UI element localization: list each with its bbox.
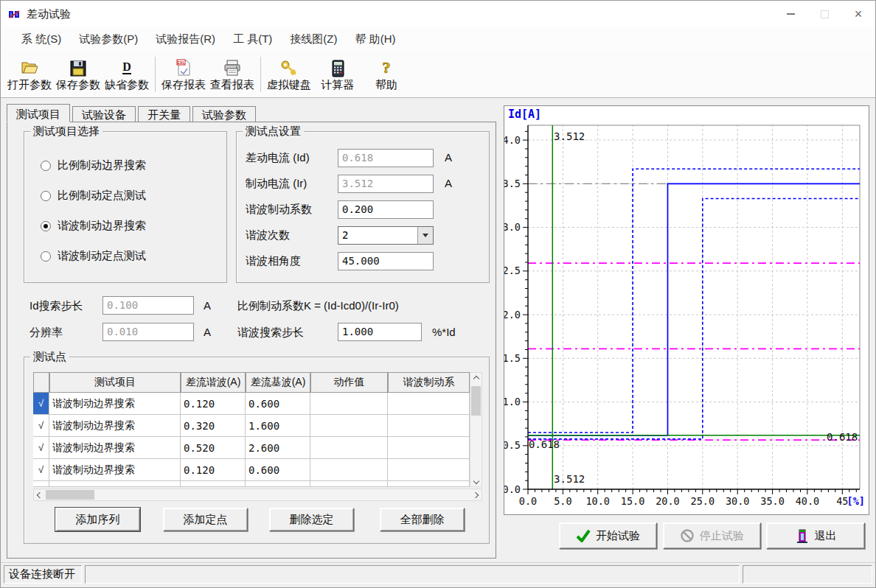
tab-test-params[interactable]: 试验参数 (192, 106, 256, 122)
exit-button[interactable]: 退出 (766, 522, 865, 549)
scroll-down-button[interactable] (470, 475, 482, 486)
chart-panel: 0.05.010.015.020.025.030.035.040.0450.00… (504, 105, 869, 515)
tab-test-device[interactable]: 试验设备 (72, 106, 136, 122)
table-row[interactable]: √ 谐波制动边界搜索 0.120 0.600 (33, 459, 470, 481)
save-report-button[interactable]: EXL 保存报表 (159, 53, 208, 96)
radio-ratio-boundary-search[interactable]: 比例制动边界搜索 (41, 158, 146, 172)
cell-test-item[interactable]: 谐波制动边界搜索 (49, 437, 181, 459)
table-horizontal-scrollbar[interactable] (33, 489, 482, 501)
cell-harmonic-coeff[interactable] (388, 459, 470, 481)
radio-ratio-fixed-point-test[interactable]: 比例制动定点测试 (41, 189, 146, 203)
stop-test-button[interactable]: 停止试验 (663, 522, 761, 549)
cell-harmonic-current[interactable]: 0.120 (181, 393, 246, 415)
scroll-up-button[interactable] (470, 373, 482, 384)
cell-harmonic-current[interactable]: 0.320 (181, 415, 246, 437)
status-panel (85, 565, 740, 584)
group-title: 测试项目选择 (30, 125, 102, 139)
cell-test-item[interactable]: 谐波制动边界搜索 (49, 393, 181, 415)
window-title: 差动试验 (27, 7, 71, 21)
scroll-right-button[interactable] (470, 489, 482, 500)
row-check-cell[interactable]: √ (33, 437, 49, 459)
menu-wiring-diagram[interactable]: 接线图(Z) (281, 29, 346, 49)
menu-system[interactable]: 系 统(S) (13, 29, 70, 49)
chevron-right-icon (473, 491, 479, 497)
start-test-button[interactable]: 开始试验 (559, 522, 657, 549)
tab-test-items[interactable]: 测试项目 (7, 104, 70, 122)
row-check-cell[interactable]: √ (33, 393, 49, 415)
calculator-button[interactable]: 计算器 (313, 53, 362, 96)
delete-all-button[interactable]: 全部删除 (380, 508, 465, 531)
minimize-button[interactable] (774, 1, 807, 27)
column-header[interactable]: 谐波制动系 (388, 372, 470, 393)
scrollbar-thumb[interactable] (46, 490, 94, 500)
resolution-input[interactable]: 0.010 (102, 323, 194, 341)
menu-tools[interactable]: 工 具(T) (224, 29, 281, 49)
column-header[interactable]: 差流基波(A) (246, 372, 310, 393)
field-label-harmonic-coeff: 谐波制动系数 (246, 203, 312, 217)
cell-harmonic-current[interactable]: 0.520 (181, 437, 246, 459)
open-folder-icon (20, 57, 39, 77)
cell-action-value[interactable] (310, 459, 388, 481)
cell-fundamental-current[interactable]: 0.600 (246, 393, 310, 415)
menu-help[interactable]: 帮 助(H) (346, 29, 404, 49)
radio-harmonic-boundary-search[interactable]: 谐波制动边界搜索 (41, 219, 146, 233)
cell-action-value[interactable] (310, 415, 388, 437)
help-button[interactable]: ? 帮助 (362, 53, 411, 96)
field-label-ir-current: 制动电流 (Ir) (246, 177, 307, 191)
table-vertical-scrollbar[interactable] (470, 372, 482, 487)
combo-dropdown-button[interactable] (417, 227, 433, 244)
default-params-button[interactable]: D 缺省参数 (102, 53, 151, 96)
add-sequence-button[interactable]: 添加序列 (55, 508, 140, 531)
cell-harmonic-coeff[interactable] (388, 393, 470, 415)
cell-action-value[interactable] (310, 393, 388, 415)
id-step-input[interactable]: 0.100 (102, 296, 194, 315)
scrollbar-thumb[interactable] (471, 386, 481, 416)
table-row[interactable]: √ 谐波制动边界搜索 0.120 0.600 (33, 393, 470, 415)
scroll-left-button[interactable] (34, 489, 46, 500)
table-row[interactable]: √ 谐波制动边界搜索 0.320 1.600 (33, 415, 470, 437)
close-button[interactable]: × (841, 1, 875, 27)
statusbar: 设备连接断开 (1, 562, 875, 587)
harmonic-coeff-input[interactable]: 0.200 (338, 200, 434, 219)
tab-switch-quantity[interactable]: 开关量 (138, 106, 190, 122)
table-row[interactable]: √ 谐波制动边界搜索 0.520 2.600 (33, 437, 470, 459)
status-panel (743, 565, 872, 584)
cell-test-item[interactable]: 谐波制动边界搜索 (49, 415, 181, 437)
menu-test-report[interactable]: 试验报告(R) (147, 29, 224, 49)
maximize-button[interactable] (807, 1, 841, 27)
ir-current-input[interactable]: 3.512 (338, 175, 434, 193)
cell-harmonic-current[interactable]: 0.120 (181, 459, 246, 481)
chart-svg: 0.05.010.015.020.025.030.035.040.0450.00… (504, 106, 869, 514)
column-header[interactable]: 差流谐波(A) (181, 372, 246, 393)
radio-harmonic-fixed-point-test[interactable]: 谐波制动定点测试 (41, 249, 146, 263)
add-fixed-point-button[interactable]: 添加定点 (163, 508, 248, 531)
group-test-point-settings: 测试点设置 差动电流 (Id) 0.618 A 制动电流 (Ir) 3.512 … (236, 131, 490, 283)
cell-test-item[interactable]: 谐波制动边界搜索 (49, 459, 181, 481)
delete-selected-button[interactable]: 删除选定 (269, 508, 354, 531)
virtual-keyboard-button[interactable]: 虚拟键盘 (265, 53, 313, 96)
cell-action-value[interactable] (310, 437, 388, 459)
row-check-cell[interactable]: √ (33, 415, 49, 437)
harmonic-order-select[interactable]: 2 (338, 226, 434, 245)
toolbar-separator (260, 57, 261, 92)
cell-harmonic-coeff[interactable] (388, 415, 470, 437)
svg-text:4.0: 4.0 (504, 134, 521, 146)
row-check-cell[interactable]: √ (33, 459, 49, 481)
cell-harmonic-coeff[interactable] (388, 437, 470, 459)
svg-text:[%]: [%] (847, 495, 865, 507)
field-unit: A (204, 299, 211, 312)
column-header[interactable]: 动作值 (310, 372, 388, 393)
open-params-button[interactable]: 打开参数 (5, 53, 54, 96)
id-current-input[interactable]: 0.618 (338, 149, 434, 167)
column-header[interactable] (33, 372, 49, 393)
view-report-button[interactable]: 查看报表 (208, 53, 257, 96)
svg-text:0.618: 0.618 (827, 431, 858, 443)
column-header[interactable]: 测试项目 (49, 372, 181, 393)
harmonic-step-input[interactable]: 1.000 (338, 323, 422, 341)
cell-fundamental-current[interactable]: 0.600 (246, 459, 310, 481)
cell-fundamental-current[interactable]: 1.600 (246, 415, 310, 437)
harmonic-phase-input[interactable]: 45.000 (338, 252, 434, 270)
save-params-button[interactable]: 保存参数 (54, 53, 102, 96)
cell-fundamental-current[interactable]: 2.600 (246, 437, 310, 459)
menu-test-params[interactable]: 试验参数(P) (70, 29, 147, 49)
